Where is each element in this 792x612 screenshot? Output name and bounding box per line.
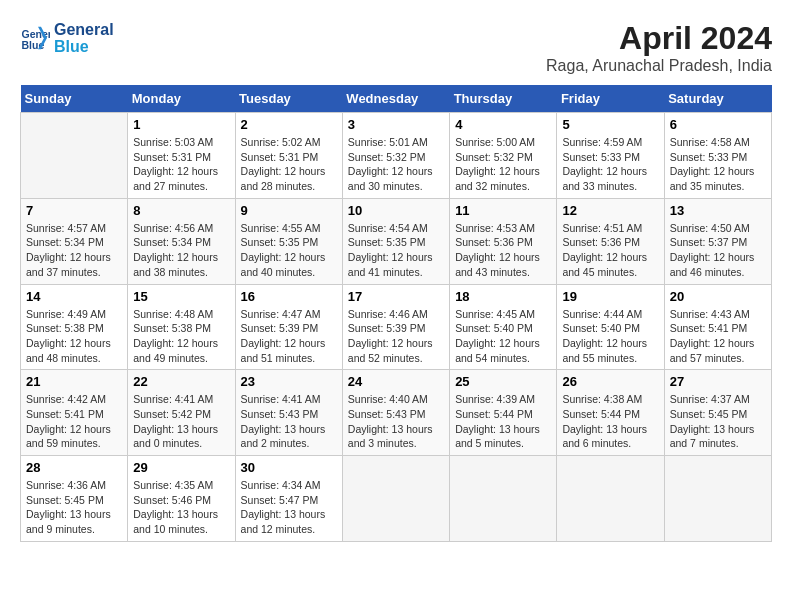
- calendar-header: SundayMondayTuesdayWednesdayThursdayFrid…: [21, 85, 772, 113]
- header-wednesday: Wednesday: [342, 85, 449, 113]
- day-number: 9: [241, 203, 337, 218]
- day-number: 4: [455, 117, 551, 132]
- calendar-cell: 29Sunrise: 4:35 AM Sunset: 5:46 PM Dayli…: [128, 456, 235, 542]
- calendar-cell: 24Sunrise: 4:40 AM Sunset: 5:43 PM Dayli…: [342, 370, 449, 456]
- calendar-cell: 23Sunrise: 4:41 AM Sunset: 5:43 PM Dayli…: [235, 370, 342, 456]
- day-info: Sunrise: 4:57 AM Sunset: 5:34 PM Dayligh…: [26, 221, 122, 280]
- day-number: 2: [241, 117, 337, 132]
- calendar-cell: 19Sunrise: 4:44 AM Sunset: 5:40 PM Dayli…: [557, 284, 664, 370]
- day-info: Sunrise: 4:35 AM Sunset: 5:46 PM Dayligh…: [133, 478, 229, 537]
- main-title: April 2024: [546, 20, 772, 57]
- calendar-cell: 1Sunrise: 5:03 AM Sunset: 5:31 PM Daylig…: [128, 113, 235, 199]
- day-number: 12: [562, 203, 658, 218]
- calendar-cell: 12Sunrise: 4:51 AM Sunset: 5:36 PM Dayli…: [557, 198, 664, 284]
- calendar-cell: 28Sunrise: 4:36 AM Sunset: 5:45 PM Dayli…: [21, 456, 128, 542]
- week-row-5: 28Sunrise: 4:36 AM Sunset: 5:45 PM Dayli…: [21, 456, 772, 542]
- day-number: 17: [348, 289, 444, 304]
- calendar-cell: 13Sunrise: 4:50 AM Sunset: 5:37 PM Dayli…: [664, 198, 771, 284]
- calendar-cell: 15Sunrise: 4:48 AM Sunset: 5:38 PM Dayli…: [128, 284, 235, 370]
- calendar-cell: 6Sunrise: 4:58 AM Sunset: 5:33 PM Daylig…: [664, 113, 771, 199]
- day-info: Sunrise: 4:49 AM Sunset: 5:38 PM Dayligh…: [26, 307, 122, 366]
- day-info: Sunrise: 4:41 AM Sunset: 5:42 PM Dayligh…: [133, 392, 229, 451]
- logo-icon: General Blue: [20, 23, 50, 53]
- day-number: 3: [348, 117, 444, 132]
- subtitle: Raga, Arunachal Pradesh, India: [546, 57, 772, 75]
- calendar-cell: 20Sunrise: 4:43 AM Sunset: 5:41 PM Dayli…: [664, 284, 771, 370]
- logo-blue: Blue: [54, 37, 114, 56]
- day-info: Sunrise: 4:55 AM Sunset: 5:35 PM Dayligh…: [241, 221, 337, 280]
- day-number: 13: [670, 203, 766, 218]
- calendar-cell: 4Sunrise: 5:00 AM Sunset: 5:32 PM Daylig…: [450, 113, 557, 199]
- header-tuesday: Tuesday: [235, 85, 342, 113]
- day-info: Sunrise: 4:44 AM Sunset: 5:40 PM Dayligh…: [562, 307, 658, 366]
- logo: General Blue General Blue: [20, 20, 114, 56]
- day-number: 6: [670, 117, 766, 132]
- day-info: Sunrise: 4:50 AM Sunset: 5:37 PM Dayligh…: [670, 221, 766, 280]
- day-info: Sunrise: 5:03 AM Sunset: 5:31 PM Dayligh…: [133, 135, 229, 194]
- title-block: April 2024 Raga, Arunachal Pradesh, Indi…: [546, 20, 772, 75]
- week-row-2: 7Sunrise: 4:57 AM Sunset: 5:34 PM Daylig…: [21, 198, 772, 284]
- day-number: 8: [133, 203, 229, 218]
- week-row-1: 1Sunrise: 5:03 AM Sunset: 5:31 PM Daylig…: [21, 113, 772, 199]
- day-number: 22: [133, 374, 229, 389]
- day-number: 1: [133, 117, 229, 132]
- day-info: Sunrise: 4:54 AM Sunset: 5:35 PM Dayligh…: [348, 221, 444, 280]
- calendar-cell: 14Sunrise: 4:49 AM Sunset: 5:38 PM Dayli…: [21, 284, 128, 370]
- day-info: Sunrise: 5:01 AM Sunset: 5:32 PM Dayligh…: [348, 135, 444, 194]
- day-info: Sunrise: 4:38 AM Sunset: 5:44 PM Dayligh…: [562, 392, 658, 451]
- calendar-cell: 7Sunrise: 4:57 AM Sunset: 5:34 PM Daylig…: [21, 198, 128, 284]
- day-number: 15: [133, 289, 229, 304]
- day-number: 16: [241, 289, 337, 304]
- day-number: 23: [241, 374, 337, 389]
- calendar-cell: 16Sunrise: 4:47 AM Sunset: 5:39 PM Dayli…: [235, 284, 342, 370]
- week-row-3: 14Sunrise: 4:49 AM Sunset: 5:38 PM Dayli…: [21, 284, 772, 370]
- day-number: 5: [562, 117, 658, 132]
- calendar-cell: [557, 456, 664, 542]
- day-info: Sunrise: 4:45 AM Sunset: 5:40 PM Dayligh…: [455, 307, 551, 366]
- calendar-cell: 9Sunrise: 4:55 AM Sunset: 5:35 PM Daylig…: [235, 198, 342, 284]
- calendar-cell: [450, 456, 557, 542]
- day-info: Sunrise: 4:56 AM Sunset: 5:34 PM Dayligh…: [133, 221, 229, 280]
- day-info: Sunrise: 4:36 AM Sunset: 5:45 PM Dayligh…: [26, 478, 122, 537]
- day-info: Sunrise: 4:43 AM Sunset: 5:41 PM Dayligh…: [670, 307, 766, 366]
- calendar-cell: [664, 456, 771, 542]
- header-thursday: Thursday: [450, 85, 557, 113]
- day-info: Sunrise: 4:41 AM Sunset: 5:43 PM Dayligh…: [241, 392, 337, 451]
- day-info: Sunrise: 4:53 AM Sunset: 5:36 PM Dayligh…: [455, 221, 551, 280]
- day-number: 20: [670, 289, 766, 304]
- calendar-cell: 21Sunrise: 4:42 AM Sunset: 5:41 PM Dayli…: [21, 370, 128, 456]
- calendar-cell: 17Sunrise: 4:46 AM Sunset: 5:39 PM Dayli…: [342, 284, 449, 370]
- day-number: 7: [26, 203, 122, 218]
- day-info: Sunrise: 4:46 AM Sunset: 5:39 PM Dayligh…: [348, 307, 444, 366]
- day-info: Sunrise: 5:02 AM Sunset: 5:31 PM Dayligh…: [241, 135, 337, 194]
- week-row-4: 21Sunrise: 4:42 AM Sunset: 5:41 PM Dayli…: [21, 370, 772, 456]
- calendar-table: SundayMondayTuesdayWednesdayThursdayFrid…: [20, 85, 772, 542]
- day-info: Sunrise: 4:47 AM Sunset: 5:39 PM Dayligh…: [241, 307, 337, 366]
- day-info: Sunrise: 4:40 AM Sunset: 5:43 PM Dayligh…: [348, 392, 444, 451]
- day-info: Sunrise: 4:42 AM Sunset: 5:41 PM Dayligh…: [26, 392, 122, 451]
- day-info: Sunrise: 4:39 AM Sunset: 5:44 PM Dayligh…: [455, 392, 551, 451]
- calendar-cell: 18Sunrise: 4:45 AM Sunset: 5:40 PM Dayli…: [450, 284, 557, 370]
- calendar-cell: [21, 113, 128, 199]
- day-number: 29: [133, 460, 229, 475]
- header-friday: Friday: [557, 85, 664, 113]
- day-info: Sunrise: 4:59 AM Sunset: 5:33 PM Dayligh…: [562, 135, 658, 194]
- day-info: Sunrise: 4:51 AM Sunset: 5:36 PM Dayligh…: [562, 221, 658, 280]
- day-number: 14: [26, 289, 122, 304]
- day-info: Sunrise: 4:58 AM Sunset: 5:33 PM Dayligh…: [670, 135, 766, 194]
- day-info: Sunrise: 4:37 AM Sunset: 5:45 PM Dayligh…: [670, 392, 766, 451]
- calendar-cell: 5Sunrise: 4:59 AM Sunset: 5:33 PM Daylig…: [557, 113, 664, 199]
- day-number: 30: [241, 460, 337, 475]
- calendar-body: 1Sunrise: 5:03 AM Sunset: 5:31 PM Daylig…: [21, 113, 772, 542]
- header-monday: Monday: [128, 85, 235, 113]
- calendar-cell: 27Sunrise: 4:37 AM Sunset: 5:45 PM Dayli…: [664, 370, 771, 456]
- day-number: 25: [455, 374, 551, 389]
- day-number: 24: [348, 374, 444, 389]
- calendar-cell: 8Sunrise: 4:56 AM Sunset: 5:34 PM Daylig…: [128, 198, 235, 284]
- calendar-cell: 11Sunrise: 4:53 AM Sunset: 5:36 PM Dayli…: [450, 198, 557, 284]
- day-number: 10: [348, 203, 444, 218]
- header-saturday: Saturday: [664, 85, 771, 113]
- calendar-cell: 26Sunrise: 4:38 AM Sunset: 5:44 PM Dayli…: [557, 370, 664, 456]
- calendar-cell: 30Sunrise: 4:34 AM Sunset: 5:47 PM Dayli…: [235, 456, 342, 542]
- calendar-cell: 3Sunrise: 5:01 AM Sunset: 5:32 PM Daylig…: [342, 113, 449, 199]
